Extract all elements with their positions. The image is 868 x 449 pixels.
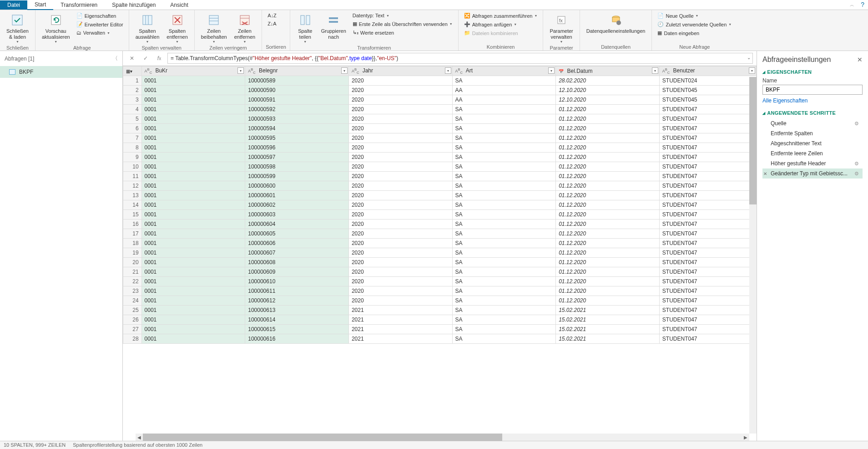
cell[interactable]: STUDENT024 (659, 76, 756, 86)
help-icon[interactable]: ? (861, 1, 864, 8)
cell[interactable]: 2020 (348, 95, 452, 105)
table-row[interactable]: 100011000005892020SA28.02.2020STUDENT024 (123, 76, 757, 86)
gear-icon[interactable]: ⚙ (854, 171, 859, 177)
row-number[interactable]: 9 (123, 153, 142, 162)
query-item-bkpf[interactable]: BKPF (0, 66, 122, 78)
cell[interactable]: 2020 (348, 105, 452, 114)
table-row[interactable]: 1500011000006032020SA01.12.2020STUDENT04… (123, 210, 757, 219)
cell[interactable]: 0001 (141, 248, 245, 258)
formula-input[interactable]: = Table.TransformColumnTypes(#"Höher ges… (167, 53, 753, 64)
cell[interactable]: SA (452, 114, 556, 124)
applied-step[interactable]: Entfernte Spalten (762, 128, 863, 138)
cell[interactable]: 2020 (348, 277, 452, 286)
tab-transform[interactable]: Transformieren (53, 0, 105, 10)
cell[interactable]: STUDENT047 (659, 325, 756, 334)
cell[interactable]: 2020 (348, 267, 452, 277)
cell[interactable]: 100000612 (245, 296, 349, 306)
cell[interactable]: 01.12.2020 (556, 172, 660, 181)
cell[interactable]: STUDENT047 (659, 114, 756, 124)
table-row[interactable]: 2300011000006112020SA01.12.2020STUDENT04… (123, 286, 757, 296)
row-number[interactable]: 13 (123, 191, 142, 200)
row-number[interactable]: 28 (123, 334, 142, 344)
cell[interactable]: 0001 (141, 172, 245, 181)
applied-step[interactable]: Quelle⚙ (762, 118, 863, 128)
cell[interactable]: 15.02.2021 (556, 306, 660, 315)
cell[interactable]: 100000595 (245, 133, 349, 143)
cell[interactable]: 100000592 (245, 105, 349, 114)
cell[interactable]: 100000598 (245, 162, 349, 172)
row-number[interactable]: 23 (123, 286, 142, 296)
applied-step[interactable]: ✕Geänderter Typ mit Gebietssc...⚙ (762, 168, 863, 179)
column-header-bel-datum[interactable]: 📅 Bel.Datum▾ (556, 66, 660, 76)
cell[interactable]: STUDENT047 (659, 267, 756, 277)
cell[interactable]: SA (452, 258, 556, 267)
cell[interactable]: SA (452, 191, 556, 200)
cell[interactable]: SA (452, 277, 556, 286)
column-header-belegnr[interactable]: ABC Belegnr▾ (245, 66, 349, 76)
cell[interactable]: SA (452, 133, 556, 143)
row-number[interactable]: 1 (123, 76, 142, 86)
cell[interactable]: SA (452, 172, 556, 181)
cell[interactable]: 01.12.2020 (556, 286, 660, 296)
cell[interactable]: 0001 (141, 200, 245, 210)
cell[interactable]: STUDENT047 (659, 334, 756, 344)
collapse-queries-icon[interactable]: 〈 (112, 55, 118, 62)
table-row[interactable]: 1100011000005992020SA01.12.2020STUDENT04… (123, 172, 757, 181)
cell[interactable]: SA (452, 248, 556, 258)
row-number[interactable]: 15 (123, 210, 142, 219)
cell[interactable]: 2020 (348, 181, 452, 191)
cell[interactable]: STUDENT047 (659, 133, 756, 143)
cell[interactable]: 0001 (141, 219, 245, 229)
cell[interactable]: 2021 (348, 334, 452, 344)
cell[interactable]: AA (452, 95, 556, 105)
cell[interactable]: STUDENT047 (659, 210, 756, 219)
row-number[interactable]: 7 (123, 133, 142, 143)
cell[interactable]: STUDENT047 (659, 229, 756, 239)
table-row[interactable]: 2600011000006142021SA15.02.2021STUDENT04… (123, 315, 757, 325)
cell[interactable]: 2020 (348, 200, 452, 210)
cell[interactable]: 2020 (348, 153, 452, 162)
table-row[interactable]: 900011000005972020SA01.12.2020STUDENT047 (123, 153, 757, 162)
cell[interactable]: 100000606 (245, 239, 349, 248)
cell[interactable]: 0001 (141, 143, 245, 153)
column-header-bukr[interactable]: ABC BuKr▾ (141, 66, 245, 76)
table-row[interactable]: 700011000005952020SA01.12.2020STUDENT047 (123, 133, 757, 143)
cell[interactable]: SA (452, 181, 556, 191)
cell[interactable]: 100000605 (245, 229, 349, 239)
cell[interactable]: 01.12.2020 (556, 258, 660, 267)
cell[interactable]: 0001 (141, 334, 245, 344)
cell[interactable]: SA (452, 334, 556, 344)
cell[interactable]: 2020 (348, 114, 452, 124)
table-row[interactable]: 1700011000006052020SA01.12.2020STUDENT04… (123, 229, 757, 239)
all-properties-link[interactable]: Alle Eigenschaften (762, 97, 807, 104)
cell[interactable]: 2020 (348, 210, 452, 219)
cell[interactable]: SA (452, 153, 556, 162)
cell[interactable]: 100000609 (245, 267, 349, 277)
cell[interactable]: STUDENT047 (659, 172, 756, 181)
cell[interactable]: 2020 (348, 248, 452, 258)
cell[interactable]: 100000607 (245, 248, 349, 258)
applied-step[interactable]: Abgeschnittener Text (762, 138, 863, 148)
cell[interactable]: SA (452, 76, 556, 86)
cell[interactable]: 0001 (141, 124, 245, 133)
gear-icon[interactable]: ⚙ (854, 161, 859, 167)
cell[interactable]: 2021 (348, 306, 452, 315)
cell[interactable]: STUDENT047 (659, 315, 756, 325)
recent-sources-button[interactable]: 🕘Zuletzt verwendete Quellen ▼ (656, 20, 733, 28)
cell[interactable]: 100000601 (245, 191, 349, 200)
cell[interactable]: SA (452, 306, 556, 315)
filter-button[interactable]: ▾ (749, 67, 755, 74)
cell[interactable]: 2020 (348, 172, 452, 181)
group-by-button[interactable]: Gruppieren nach (318, 12, 349, 41)
sort-desc-button[interactable]: Z↓A (266, 20, 278, 27)
cell[interactable]: 15.02.2021 (556, 334, 660, 344)
cell[interactable]: 100000600 (245, 181, 349, 191)
cell[interactable]: 100000602 (245, 200, 349, 210)
cell[interactable]: 2020 (348, 124, 452, 133)
table-row[interactable]: 600011000005942020SA01.12.2020STUDENT047 (123, 124, 757, 133)
cell[interactable]: SA (452, 210, 556, 219)
row-number[interactable]: 5 (123, 114, 142, 124)
formula-accept-button[interactable]: ✓ (140, 53, 151, 64)
cell[interactable]: 100000611 (245, 286, 349, 296)
cell[interactable]: STUDENT047 (659, 124, 756, 133)
